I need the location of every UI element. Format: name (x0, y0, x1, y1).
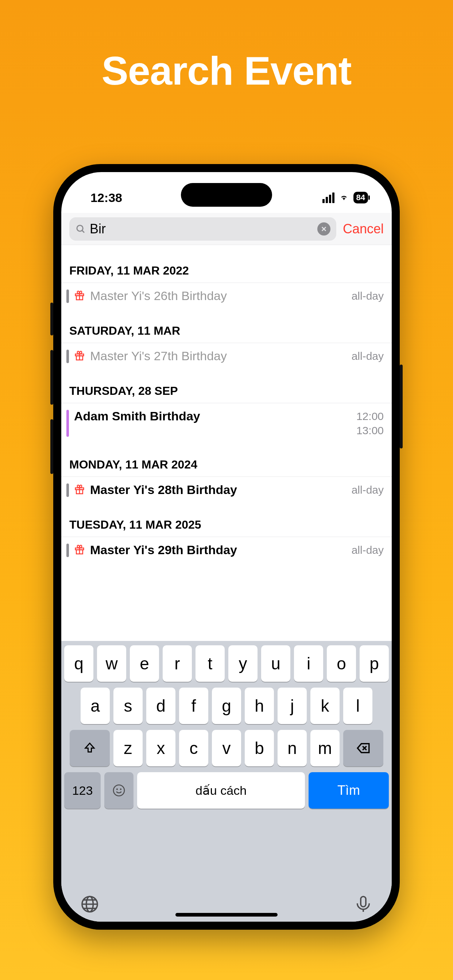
key-u[interactable]: u (261, 645, 290, 682)
key-s[interactable]: s (113, 687, 143, 724)
search-icon (75, 223, 86, 234)
keyboard-row: zxcvbnm (64, 730, 389, 766)
key-b[interactable]: b (245, 730, 274, 766)
calendar-color-bar (66, 290, 69, 303)
key-a[interactable]: a (81, 687, 110, 724)
key-z[interactable]: z (113, 730, 143, 766)
clear-button[interactable] (317, 223, 330, 235)
svg-point-19 (117, 789, 118, 790)
event-title: Master Yi's 29th Birthday (90, 543, 346, 557)
keyboard-footer (61, 894, 392, 915)
event-time: 12:0013:00 (356, 409, 384, 438)
svg-point-18 (113, 785, 124, 796)
wifi-icon (338, 193, 350, 202)
svg-point-20 (120, 789, 121, 790)
battery-icon: 84 (353, 192, 368, 204)
status-indicators: 84 (322, 192, 368, 204)
gift-icon (74, 544, 85, 555)
dynamic-island (181, 183, 272, 207)
key-w[interactable]: w (97, 645, 126, 682)
key-g[interactable]: g (212, 687, 241, 724)
status-time: 12:38 (91, 191, 122, 205)
event-row[interactable]: Adam Smith Birthday12:0013:00 (61, 403, 392, 443)
event-row[interactable]: Master Yi's 27th Birthdayall-day (61, 343, 392, 370)
keyboard-row: 123 dấu cách Tìm (64, 772, 389, 809)
phone-side-button (50, 302, 53, 336)
event-title: Master Yi's 27th Birthday (90, 349, 346, 363)
key-o[interactable]: o (327, 645, 356, 682)
svg-rect-24 (361, 897, 366, 907)
key-j[interactable]: j (278, 687, 307, 724)
event-time: all-day (352, 483, 384, 497)
search-input[interactable] (90, 221, 314, 237)
keyboard-row: asdfghjkl (64, 687, 389, 724)
search-results[interactable]: FRIDAY, 11 MAR 2022Master Yi's 26th Birt… (61, 245, 392, 564)
key-n[interactable]: n (278, 730, 307, 766)
key-x[interactable]: x (146, 730, 175, 766)
key-v[interactable]: v (212, 730, 241, 766)
svg-point-0 (77, 225, 83, 231)
date-header: FRIDAY, 11 MAR 2022 (61, 245, 392, 283)
gift-icon (74, 350, 85, 361)
phone-side-button (50, 350, 53, 405)
key-f[interactable]: f (179, 687, 208, 724)
key-h[interactable]: h (245, 687, 274, 724)
event-title: Master Yi's 26th Birthday (90, 289, 346, 303)
date-header: THURSDAY, 28 SEP (61, 370, 392, 403)
date-header: SATURDAY, 11 MAR (61, 310, 392, 343)
phone-side-button (50, 419, 53, 474)
close-icon (321, 226, 327, 232)
cancel-button[interactable]: Cancel (343, 221, 384, 237)
search-field[interactable] (69, 217, 336, 240)
event-time: all-day (352, 349, 384, 363)
event-title: Adam Smith Birthday (74, 409, 351, 423)
key-shift[interactable] (70, 730, 110, 766)
event-row[interactable]: Master Yi's 26th Birthdayall-day (61, 283, 392, 310)
gift-icon (74, 290, 85, 301)
key-emoji[interactable] (104, 772, 134, 809)
key-search[interactable]: Tìm (309, 772, 389, 809)
calendar-color-bar (66, 410, 69, 437)
event-row[interactable]: Master Yi's 29th Birthdayall-day (61, 537, 392, 564)
globe-icon[interactable] (80, 894, 100, 915)
signal-icon (322, 192, 335, 203)
key-y[interactable]: y (228, 645, 257, 682)
event-row[interactable]: Master Yi's 28th Birthdayall-day (61, 477, 392, 503)
search-row: Cancel (61, 213, 392, 245)
date-header: MONDAY, 11 MAR 2024 (61, 443, 392, 477)
key-k[interactable]: k (310, 687, 340, 724)
shift-icon (83, 741, 96, 755)
key-e[interactable]: e (130, 645, 159, 682)
key-d[interactable]: d (146, 687, 175, 724)
key-c[interactable]: c (179, 730, 208, 766)
key-p[interactable]: p (360, 645, 389, 682)
emoji-icon (112, 783, 126, 798)
gift-icon (74, 484, 85, 495)
key-i[interactable]: i (294, 645, 323, 682)
calendar-color-bar (66, 350, 69, 363)
svg-line-1 (82, 231, 84, 232)
key-space[interactable]: dấu cách (137, 772, 305, 809)
calendar-color-bar (66, 544, 69, 557)
date-header: TUESDAY, 11 MAR 2025 (61, 503, 392, 537)
event-title: Master Yi's 28th Birthday (90, 483, 346, 497)
mic-icon[interactable] (353, 894, 373, 915)
promo-title: Search Event (0, 48, 453, 94)
calendar-color-bar (66, 484, 69, 497)
key-backspace[interactable] (343, 730, 383, 766)
key-r[interactable]: r (163, 645, 192, 682)
key-q[interactable]: q (64, 645, 93, 682)
event-time: all-day (352, 543, 384, 557)
phone-side-button (400, 364, 403, 449)
key-m[interactable]: m (310, 730, 340, 766)
keyboard: qwertyuiop asdfghjkl zxcvbnm 123 dấu các… (61, 641, 392, 922)
key-t[interactable]: t (196, 645, 225, 682)
phone-screen: 12:38 84 (61, 172, 392, 922)
phone-frame: 12:38 84 (53, 164, 400, 930)
backspace-icon (356, 740, 371, 756)
home-indicator[interactable] (175, 913, 278, 916)
key-l[interactable]: l (343, 687, 372, 724)
keyboard-row: qwertyuiop (64, 645, 389, 682)
event-time: all-day (352, 289, 384, 303)
key-123[interactable]: 123 (64, 772, 100, 809)
